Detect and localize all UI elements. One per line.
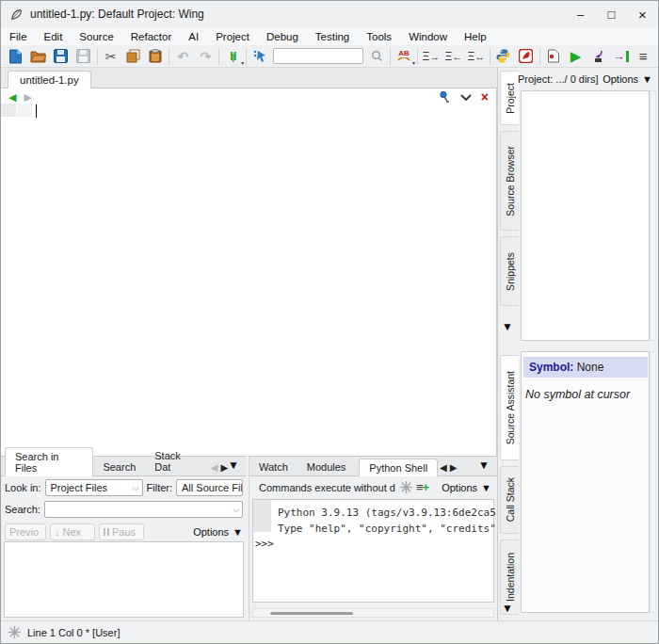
- status-bug-icon[interactable]: [8, 626, 21, 638]
- menu-testing[interactable]: Testing: [307, 29, 358, 44]
- toolbar-search-input[interactable]: [273, 48, 363, 64]
- editor-pane[interactable]: ◀ ▶ ×: [1, 89, 497, 456]
- search-replace-icon[interactable]: AB ▾: [393, 46, 415, 67]
- search-magnifier-icon[interactable]: [365, 46, 388, 67]
- save-all-icon[interactable]: [72, 46, 95, 67]
- project-scrollbar[interactable]: [650, 90, 656, 341]
- assistant-symbol-bar: Symbol: None: [523, 357, 648, 378]
- new-shell-icon[interactable]: ≡ +: [416, 480, 429, 494]
- pause-search-button[interactable]: Paus: [99, 523, 144, 540]
- breakpoint-gutter[interactable]: [1, 104, 16, 117]
- tabs-scroll-right-icon[interactable]: ▶: [450, 462, 458, 473]
- tab-search-in-files[interactable]: Search in Files: [5, 447, 93, 476]
- shell-options-button[interactable]: Options ▼: [442, 482, 491, 493]
- debug-toggle-icon[interactable]: [400, 481, 412, 493]
- tabs-scroll-right-icon[interactable]: ▶: [220, 462, 228, 473]
- menu-window[interactable]: Window: [400, 29, 456, 44]
- maximize-button[interactable]: □: [596, 1, 627, 27]
- tab-modules[interactable]: Modules: [297, 459, 356, 475]
- next-match-button[interactable]: ↓ Nex: [50, 523, 95, 540]
- vtab-call-stack[interactable]: Call Stack: [500, 466, 519, 534]
- panel-expander-icon[interactable]: ▼: [228, 459, 239, 475]
- cut-icon[interactable]: ✂: [100, 46, 122, 67]
- assistant-scrollbar[interactable]: [650, 351, 656, 613]
- menu-refactor[interactable]: Refactor: [122, 29, 180, 44]
- open-file-icon[interactable]: [27, 46, 50, 67]
- search-results-list[interactable]: [4, 541, 244, 618]
- python-environment-icon[interactable]: [492, 46, 515, 67]
- nav-back-icon[interactable]: ◀: [8, 91, 16, 104]
- nav-forward-icon[interactable]: ▶: [24, 91, 31, 104]
- tab-search[interactable]: Search: [93, 459, 145, 475]
- previous-match-button[interactable]: Previo: [5, 523, 46, 540]
- tab-python-shell[interactable]: Python Shell: [359, 459, 438, 476]
- undo-icon[interactable]: ↶: [171, 46, 194, 67]
- shell-status-text: Commands execute without d: [259, 482, 396, 493]
- menu-edit[interactable]: Edit: [36, 29, 72, 44]
- search-label: Search:: [5, 504, 40, 515]
- shell-horizontal-scrollbar[interactable]: [252, 608, 494, 618]
- toggle-breakpoint-icon[interactable]: [542, 46, 565, 67]
- incremental-search-icon[interactable]: [249, 46, 271, 67]
- editor-header: ◀ ▶ ×: [1, 89, 496, 105]
- symbol-value: None: [573, 361, 603, 374]
- menu-tools[interactable]: Tools: [358, 29, 400, 44]
- triangle-down-icon: ▼: [233, 526, 243, 538]
- tab-watch[interactable]: Watch: [249, 459, 297, 475]
- tab-stack-data[interactable]: Stack Dat: [145, 447, 208, 475]
- indent-right-icon[interactable]: Ξ→: [420, 46, 442, 67]
- vtab-project[interactable]: Project: [500, 71, 519, 125]
- indentation-manager-icon[interactable]: I|I ▾: [221, 46, 244, 67]
- search-text-combo[interactable]: ⌵: [44, 501, 243, 518]
- status-caret-position: Line 1 Col 0 * [User]: [27, 627, 120, 638]
- search-options-button[interactable]: Options ▼: [193, 526, 243, 538]
- fold-gutter[interactable]: [17, 104, 32, 117]
- new-file-icon[interactable]: [5, 46, 27, 67]
- panel-expander-icon[interactable]: ▼: [502, 320, 513, 333]
- indent-left-icon[interactable]: Ξ←: [442, 46, 465, 67]
- tabs-scroll-left-icon[interactable]: ◀: [440, 462, 447, 473]
- project-file-tree[interactable]: [521, 90, 650, 341]
- menu-help[interactable]: Help: [456, 29, 495, 44]
- scrollbar-thumb[interactable]: [270, 612, 353, 615]
- project-header-text: Project: .../ 0 dirs]: [518, 73, 603, 85]
- editor-close-icon[interactable]: ×: [481, 89, 489, 105]
- minimize-button[interactable]: –: [565, 1, 596, 27]
- window-title: untitled-1.py: Default Project: Wing: [30, 8, 204, 21]
- panel-expander-icon[interactable]: ▼: [478, 459, 490, 475]
- menu-ai[interactable]: AI: [180, 29, 207, 44]
- step-over-icon[interactable]: [587, 46, 609, 67]
- menu-project[interactable]: Project: [207, 29, 258, 44]
- filter-label: Filter:: [147, 482, 173, 493]
- python-shell-output[interactable]: >>> Python 3.9.13 (tags/v3.9.13:6de2ca5,…: [252, 499, 494, 603]
- menu-source[interactable]: Source: [71, 29, 121, 44]
- right-tab-strip-bottom: Source Assistant Call Stack Indentation …: [497, 346, 519, 620]
- chevron-down-icon: ⌵: [230, 505, 239, 515]
- editor-tab-untitled[interactable]: untitled-1.py: [8, 71, 91, 89]
- toolbar-overflow-menu-icon[interactable]: ≡: [632, 46, 654, 67]
- indent-match-icon[interactable]: Ξ↔: [465, 46, 488, 67]
- vtab-source-assistant[interactable]: Source Assistant: [500, 355, 519, 460]
- search-panel-tabs: Search in Files Search Stack Dat ◀ ▶ ▼: [1, 457, 247, 476]
- save-file-icon[interactable]: [50, 46, 72, 67]
- wing-debug-config-icon[interactable]: [515, 46, 538, 67]
- shell-text: Python 3.9.13 (tags/v3.9.13:6de2ca5,Type…: [278, 505, 508, 537]
- paste-icon[interactable]: [145, 46, 168, 67]
- redo-icon[interactable]: ↷: [194, 46, 217, 67]
- run-debug-icon[interactable]: ▶: [565, 46, 587, 67]
- vtab-snippets[interactable]: Snippets: [500, 236, 519, 306]
- tabs-scroll-left-icon[interactable]: ◀: [211, 462, 218, 473]
- step-into-icon[interactable]: →: [609, 46, 632, 67]
- search-in-files-panel: Search in Files Search Stack Dat ◀ ▶ ▼ L…: [1, 456, 247, 620]
- look-in-select[interactable]: Project Files ⌵: [45, 479, 143, 496]
- menu-debug[interactable]: Debug: [258, 29, 307, 44]
- project-options-button[interactable]: Options ▼: [603, 73, 652, 85]
- menu-file[interactable]: File: [1, 29, 36, 44]
- vtab-source-browser[interactable]: Source Browser: [500, 131, 519, 231]
- split-pin-icon[interactable]: [438, 90, 451, 104]
- editor-menu-chevron-icon[interactable]: [460, 94, 472, 101]
- copy-icon[interactable]: [122, 46, 145, 67]
- panel-expander-icon[interactable]: ▼: [502, 602, 513, 615]
- close-button[interactable]: ×: [627, 1, 658, 27]
- filter-select[interactable]: All Source Files ⌵: [176, 479, 243, 496]
